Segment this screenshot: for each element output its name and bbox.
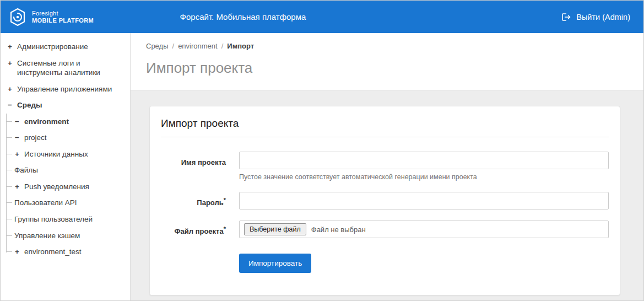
top-header: Foresight MOBILE PLATFORM Форсайт. Мобил… [1,1,643,33]
page-header: Среды / environment / Импорт Импорт прое… [131,33,643,90]
spacer [161,254,226,273]
nav-subtree-environment: − project + Источники данных [6,130,126,244]
import-project-card: Импорт проекта Имя проекта Пустое значен… [149,106,620,295]
page-title: Импорт проекта [146,60,628,77]
sidebar-item-label: Администрирование [17,42,125,52]
breadcrumb-separator: / [172,42,175,50]
submit-row: Импортировать [161,254,609,273]
sidebar-item-data-sources[interactable]: + Источники данных [6,146,126,163]
project-name-field-wrap: Пустое значение соответствует автоматиче… [239,152,609,181]
sidebar-item-label: Push уведомления [24,182,125,192]
logout-label: Выйти (Admin) [576,13,630,22]
project-name-help: Пустое значение соответствует автоматиче… [239,173,609,181]
password-row: Пароль* [161,192,609,209]
sidebar-item-label: Источники данных [24,149,125,159]
import-button[interactable]: Импортировать [239,254,311,273]
sidebar-item-label: Файлы [14,165,125,175]
collapse-icon[interactable]: − [7,100,13,110]
breadcrumb-environment[interactable]: environment [178,42,218,50]
foresight-logo[interactable]: Foresight MOBILE PLATFORM [8,8,94,26]
expand-icon[interactable]: + [7,58,13,68]
password-label: Пароль* [161,192,226,207]
sidebar-item-system-logs[interactable]: + Системные логи и инструменты аналитики [6,55,126,81]
sidebar-item-environments[interactable]: − Среды [6,97,126,114]
label-text: Имя проекта [181,158,226,166]
logo-line2: MOBILE PLATFORM [32,17,94,24]
expand-icon[interactable]: + [14,182,20,192]
logo-text: Foresight MOBILE PLATFORM [32,10,94,24]
sidebar-item-label: Системные логи и инструменты аналитики [17,58,125,78]
breadcrumb-separator: / [221,42,224,50]
sidebar-item-administration[interactable]: + Администрирование [6,39,126,55]
password-input[interactable] [239,192,609,209]
sidebar-item-push-notifications[interactable]: + Push уведомления [6,179,126,195]
expand-icon[interactable]: + [7,42,13,52]
sidebar-item-label: Пользователи API [14,198,125,208]
card-header: Импорт проекта [161,117,609,137]
expand-icon[interactable]: + [14,247,20,257]
sidebar-item-cache-management[interactable]: Управление кэшем [6,228,126,244]
expand-icon[interactable]: + [7,84,13,94]
main-area: Среды / environment / Импорт Импорт прое… [131,33,643,300]
file-status-text: Файл не выбран [311,225,366,234]
logout-icon [561,12,571,22]
sidebar-item-label: Управление кэшем [14,231,125,241]
nav-subtree-environments: − environment − project [6,114,126,260]
project-name-label: Имя проекта [161,152,226,167]
project-file-field-wrap: Выберите файл Файл не выбран [239,221,609,238]
nav-tree: + Администрирование + Системные логи и и… [6,39,126,260]
breadcrumb-import-current: Импорт [227,42,254,50]
password-field-wrap [239,192,609,209]
expand-icon[interactable]: + [14,149,20,159]
sidebar-item-environment[interactable]: − environment [6,114,126,130]
collapse-icon[interactable]: − [14,133,20,143]
choose-file-button[interactable]: Выберите файл [244,223,306,235]
card-title: Импорт проекта [161,117,609,130]
required-mark: * [224,225,226,232]
sidebar-item-project[interactable]: − project [6,130,126,146]
breadcrumb-environments[interactable]: Среды [146,42,169,50]
breadcrumb: Среды / environment / Импорт [146,42,628,50]
sidebar-item-label: Управление приложениями [17,84,125,94]
app-window: Foresight MOBILE PLATFORM Форсайт. Мобил… [0,0,644,301]
sidebar-item-label: environment [24,117,125,127]
sidebar-item-environment-test[interactable]: + environment_test [6,244,126,260]
sidebar-item-label: project [24,133,125,143]
sidebar-item-user-groups[interactable]: Группы пользователей [6,211,126,228]
sidebar: + Администрирование + Системные логи и и… [1,33,131,300]
sidebar-item-files[interactable]: Файлы [6,162,126,179]
project-name-input[interactable] [239,152,609,169]
sidebar-item-api-users[interactable]: Пользователи API [6,195,126,211]
foresight-logo-icon [8,8,27,26]
app-title: Форсайт. Мобильная платформа [180,12,306,22]
file-input[interactable]: Выберите файл Файл не выбран [239,221,609,238]
label-text: Пароль [197,198,223,207]
content-area: Импорт проекта Имя проекта Пустое значен… [131,90,643,300]
collapse-icon[interactable]: − [14,117,20,127]
sidebar-item-label: Группы пользователей [14,214,125,224]
logout-button[interactable]: Выйти (Admin) [561,12,630,22]
label-text: Файл проекта [174,227,223,235]
sidebar-item-label: environment_test [24,247,125,257]
project-file-label: Файл проекта* [161,221,226,236]
sidebar-item-label: Среды [17,100,125,110]
sidebar-item-app-management[interactable]: + Управление приложениями [6,81,126,98]
project-file-row: Файл проекта* Выберите файл Файл не выбр… [161,221,609,238]
required-mark: * [224,197,226,203]
nav-subtree-project: + Источники данных Файлы [6,146,126,244]
logo-line1: Foresight [32,10,94,17]
project-name-row: Имя проекта Пустое значение соответствуе… [161,152,609,181]
